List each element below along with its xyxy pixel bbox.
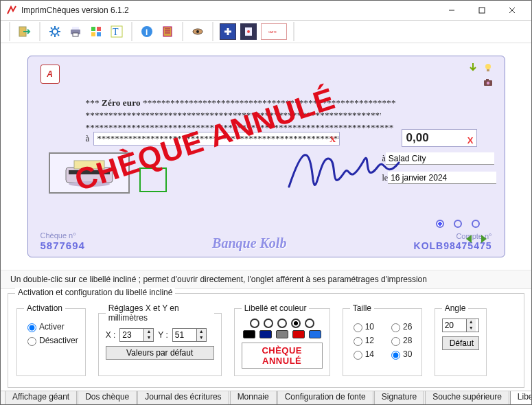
page-dot-2[interactable] xyxy=(454,220,462,228)
svg-line-12 xyxy=(58,34,59,36)
color-swatches xyxy=(242,330,323,338)
clear-amount-icon[interactable]: X xyxy=(467,132,474,149)
svg-point-31 xyxy=(196,30,199,33)
camera-icon[interactable] xyxy=(483,77,494,88)
svg-rect-20 xyxy=(91,32,95,36)
size-radio-26[interactable]: 26 xyxy=(388,321,412,332)
grid-icon[interactable] xyxy=(88,23,104,40)
size-radio-14[interactable]: 14 xyxy=(350,349,374,360)
color-empty-row xyxy=(242,319,323,328)
svg-point-36 xyxy=(247,30,250,33)
hint-text: Un double-clic sur ce libellé incliné ; … xyxy=(1,270,531,289)
angle-default-button[interactable]: Défaut xyxy=(442,336,479,350)
next-cheque-icon[interactable] xyxy=(477,233,489,247)
bulb-icon[interactable] xyxy=(483,62,494,73)
xy-group: Réglages X et Y en millimètres X : ▲▼ Y … xyxy=(98,303,222,376)
prev-cheque-icon[interactable] xyxy=(463,233,476,247)
size-radio-30[interactable]: 30 xyxy=(388,349,412,360)
size-radio-10[interactable]: 10 xyxy=(350,321,374,332)
activation-group: Activation Activer Désactiver xyxy=(16,303,86,376)
svg-text:i: i xyxy=(146,27,148,37)
svg-line-13 xyxy=(58,27,59,29)
signature-image xyxy=(282,139,406,200)
svg-rect-21 xyxy=(97,32,101,36)
app-window: ImprimChèques version 6.1.2 T i CARTE A xyxy=(0,0,532,405)
panel-legend: Activation et configuration du libellé i… xyxy=(15,288,175,297)
svg-rect-2 xyxy=(479,8,485,13)
svg-rect-19 xyxy=(97,27,101,31)
printer-illustration[interactable] xyxy=(49,152,130,194)
tab-6[interactable]: Souche supérieure xyxy=(425,391,509,404)
angle-spinner[interactable]: ▲▼ xyxy=(442,319,479,332)
size-radio-12[interactable]: 12 xyxy=(350,335,374,346)
amount-words-line: *** Zéro euro **************************… xyxy=(86,97,381,108)
maximize-button[interactable] xyxy=(467,1,497,20)
tab-1[interactable]: Dos chèque xyxy=(78,391,137,404)
arrow-down-icon[interactable] xyxy=(467,62,478,73)
tab-bar: Affichage géantDos chèqueJournal des écr… xyxy=(1,391,531,404)
svg-text:CARTE: CARTE xyxy=(268,31,277,34)
x-spinner[interactable]: ▲▼ xyxy=(119,328,154,342)
tab-0[interactable]: Affichage géant xyxy=(5,391,77,404)
color-swatch-3[interactable] xyxy=(292,330,305,338)
title-bar: ImprimChèques version 6.1.2 xyxy=(1,1,531,21)
size-group: Taille 101214262830 xyxy=(343,303,422,376)
bank-card-icon[interactable]: CARTE xyxy=(261,23,287,40)
tab-2[interactable]: Journal des écritures xyxy=(137,391,229,404)
svg-rect-46 xyxy=(69,170,110,174)
color-swatch-4[interactable] xyxy=(309,330,321,338)
eye-icon[interactable] xyxy=(189,23,206,40)
svg-rect-17 xyxy=(73,33,78,36)
svg-rect-45 xyxy=(74,161,104,169)
cheque-bottom-row: Chèque n° 5877694 Banque Kolb Compte n° … xyxy=(41,231,492,251)
svg-text:T: T xyxy=(113,27,119,37)
angle-group: Angle ▲▼ Défaut xyxy=(435,303,487,376)
color-swatch-0[interactable] xyxy=(243,330,255,338)
page-dot-3[interactable] xyxy=(472,220,480,228)
exit-icon[interactable] xyxy=(16,23,33,40)
svg-rect-26 xyxy=(163,27,172,36)
bank-logo-icon: A xyxy=(41,65,60,84)
defaults-button[interactable]: Valeurs par défaut xyxy=(106,346,214,360)
label-preview: CHÈQUE ANNULÉ xyxy=(242,343,323,369)
svg-line-11 xyxy=(51,27,52,29)
tab-5[interactable]: Signature xyxy=(374,391,424,404)
y-spinner[interactable]: ▲▼ xyxy=(172,328,207,342)
bank-name: Banque Kolb xyxy=(85,235,414,251)
font-icon[interactable]: T xyxy=(108,23,125,40)
tab-7[interactable]: Libellé incliné xyxy=(510,391,531,404)
page-dot-1[interactable] xyxy=(436,220,444,228)
svg-point-42 xyxy=(486,82,489,84)
plus-button[interactable] xyxy=(220,23,236,40)
label-color-group: Libellé et couleur CHÈQUE ANNULÉ xyxy=(234,303,330,376)
tab-3[interactable]: Monnaie xyxy=(230,391,277,404)
workspace: A *** Zéro euro ************************… xyxy=(1,43,531,270)
print-icon[interactable] xyxy=(67,23,84,40)
amount-numeric-field[interactable]: 0,00 X xyxy=(402,129,477,147)
minimize-button[interactable] xyxy=(437,1,467,20)
page-dots xyxy=(436,220,480,228)
doc-button[interactable] xyxy=(240,23,257,40)
color-swatch-2[interactable] xyxy=(276,330,288,338)
svg-point-47 xyxy=(69,181,110,187)
svg-rect-40 xyxy=(487,69,489,71)
stub-box[interactable] xyxy=(139,167,167,192)
config-panel: Activation et configuration du libellé i… xyxy=(8,293,524,388)
gear-icon[interactable] xyxy=(47,23,63,40)
color-radio-2[interactable] xyxy=(277,319,287,328)
book-icon[interactable] xyxy=(159,23,176,40)
info-icon[interactable]: i xyxy=(139,23,155,40)
color-radio-4[interactable] xyxy=(305,319,314,328)
deactivate-radio[interactable]: Désactiver xyxy=(24,335,78,346)
close-button[interactable] xyxy=(497,1,527,20)
size-radio-28[interactable]: 28 xyxy=(388,335,412,346)
color-radio-3[interactable] xyxy=(291,319,301,328)
toolbar: T i CARTE xyxy=(1,21,531,43)
color-swatch-1[interactable] xyxy=(259,330,272,338)
activate-radio[interactable]: Activer xyxy=(24,321,78,332)
color-radio-0[interactable] xyxy=(250,319,259,328)
svg-point-6 xyxy=(52,29,58,34)
svg-line-14 xyxy=(51,34,52,36)
color-radio-1[interactable] xyxy=(264,319,273,328)
tab-4[interactable]: Configuration de fonte xyxy=(277,391,373,404)
